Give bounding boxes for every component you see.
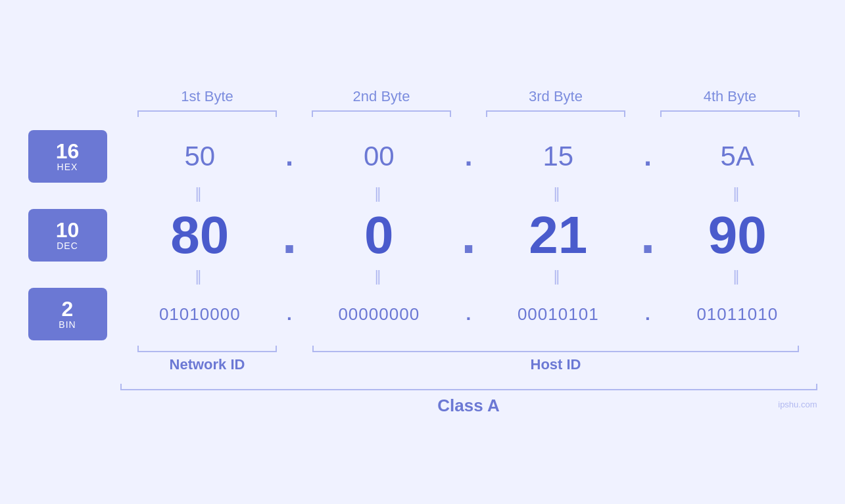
hex-base-num: 16	[56, 141, 80, 162]
dec-byte1: 80	[120, 205, 280, 265]
top-brackets	[120, 110, 817, 117]
dec-dot2: .	[459, 205, 479, 265]
bottom-section: Network ID Host ID	[120, 346, 817, 373]
dec-dot1: .	[279, 205, 299, 265]
eq2-3: ‖	[479, 268, 639, 285]
watermark: ipshu.com	[778, 400, 817, 409]
eq1-3: ‖	[479, 185, 639, 202]
bin-byte3: 00010101	[479, 304, 639, 325]
eq2-2: ‖	[299, 268, 459, 285]
bin-base-num: 2	[62, 298, 74, 319]
dec-values: 80 . 0 . 21 . 90	[120, 205, 817, 265]
bin-base-text: BIN	[59, 319, 76, 330]
hex-base-text: HEX	[57, 162, 78, 172]
network-id-label: Network ID	[170, 356, 245, 373]
byte2-header: 2nd Byte	[295, 88, 469, 110]
bin-dot1: .	[279, 304, 299, 325]
bin-dot2: .	[459, 304, 479, 325]
eq1-1: ‖	[120, 185, 280, 202]
hex-byte1: 50	[120, 141, 280, 172]
equals-row-1: ‖ ‖ ‖ ‖	[120, 185, 817, 202]
dec-dot3: .	[638, 205, 658, 265]
hex-byte4: 5A	[658, 141, 817, 172]
dec-byte3: 21	[479, 205, 639, 265]
bin-values: 01010000 . 00000000 . 00010101 . 0101101…	[120, 304, 817, 325]
dec-label-box: 10 DEC	[28, 209, 107, 262]
eq1-2: ‖	[299, 185, 459, 202]
host-id-bracket: Host ID	[295, 346, 817, 373]
dec-base-num: 10	[56, 219, 80, 241]
hex-byte2: 00	[299, 141, 459, 172]
hex-dot2: .	[459, 141, 479, 172]
dec-base-text: DEC	[57, 241, 78, 251]
eq1-4: ‖	[658, 185, 817, 202]
class-bracket	[120, 384, 817, 390]
main-container: 1st Byte 2nd Byte 3rd Byte 4th Byte 16 H…	[28, 88, 817, 416]
equals-row-2: ‖ ‖ ‖ ‖	[120, 268, 817, 285]
eq2-1: ‖	[120, 268, 280, 285]
hex-row: 16 HEX 50 . 00 . 15 . 5A	[28, 130, 817, 183]
hex-dot1: .	[279, 141, 299, 172]
dec-row: 10 DEC 80 . 0 . 21 . 90	[28, 205, 817, 265]
bin-byte1: 01010000	[120, 304, 280, 325]
byte1-header: 1st Byte	[120, 88, 295, 110]
bottom-brackets: Network ID Host ID	[120, 346, 817, 373]
hex-values: 50 . 00 . 15 . 5A	[120, 141, 817, 172]
dec-byte2: 0	[299, 205, 459, 265]
byte3-header: 3rd Byte	[469, 88, 643, 110]
bin-byte2: 00000000	[299, 304, 459, 325]
class-footer-container: Class A ipshu.com	[120, 384, 817, 416]
byte4-header: 4th Byte	[643, 88, 817, 110]
hex-dot3: .	[638, 141, 658, 172]
eq2-4: ‖	[658, 268, 817, 285]
hex-label-box: 16 HEX	[28, 130, 107, 183]
class-label: Class A	[120, 396, 817, 416]
host-id-label: Host ID	[531, 356, 581, 373]
bin-dot3: .	[638, 304, 658, 325]
dec-byte4: 90	[658, 205, 817, 265]
bin-row: 2 BIN 01010000 . 00000000 . 00010101 . 0…	[28, 288, 817, 340]
network-id-bracket: Network ID	[120, 346, 295, 373]
byte-headers: 1st Byte 2nd Byte 3rd Byte 4th Byte	[120, 88, 817, 110]
hex-byte3: 15	[479, 141, 639, 172]
bin-byte4: 01011010	[658, 304, 817, 325]
bin-label-box: 2 BIN	[28, 288, 107, 340]
